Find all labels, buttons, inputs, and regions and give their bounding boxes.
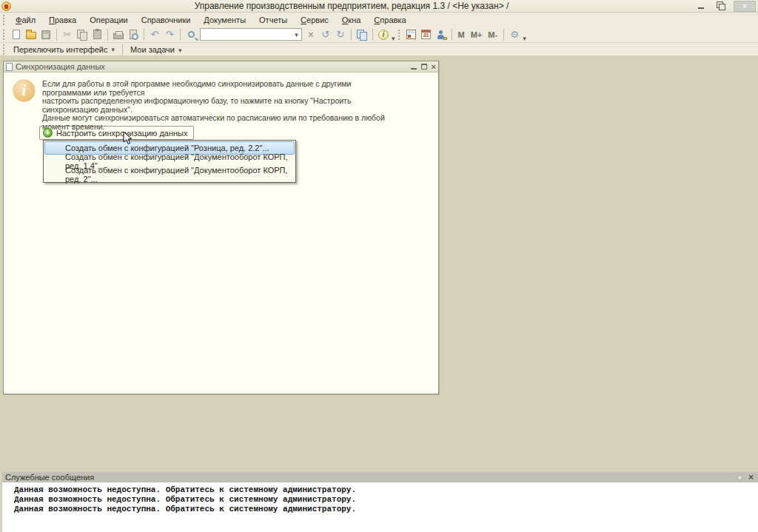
print-button[interactable]	[111, 28, 126, 41]
clear-search-icon: ×	[308, 30, 313, 39]
info-dropdown-icon[interactable]: ▾	[392, 35, 395, 42]
sync-dialog-controls: ×	[411, 64, 436, 70]
open-button[interactable]	[24, 28, 38, 41]
service-messages-title: Служебные сообщения	[5, 473, 94, 482]
print-preview-icon	[130, 30, 137, 39]
menu-item-create-exchange-docflow-2[interactable]: Создать обмен с конфигурацией "Документо…	[44, 168, 295, 181]
minimize-button[interactable]	[692, 1, 710, 12]
toolbar-separator	[351, 29, 352, 41]
new-document-button[interactable]	[9, 28, 24, 41]
menu-bar: Файл Правка Операции Справочники Докумен…	[0, 13, 758, 27]
menu-edit[interactable]: Правка	[42, 14, 83, 26]
service-messages-list: Данная возможность недоступна. Обратитес…	[2, 482, 758, 514]
document-icon	[6, 63, 13, 71]
find-previous-button[interactable]: ↺	[318, 28, 333, 41]
sync-dialog: Синхронизация данных × i Если для работы…	[3, 61, 439, 394]
lock-icon	[443, 37, 447, 40]
save-button[interactable]	[38, 28, 53, 41]
my-tasks-button[interactable]: Мои задачи ▾	[126, 44, 186, 55]
toolbar-grip[interactable]	[3, 30, 7, 40]
messages-close-icon[interactable]: ×	[748, 474, 754, 481]
service-messages-header: Служебные сообщения ×	[2, 472, 758, 482]
toolbar-grip[interactable]	[398, 30, 402, 40]
cut-button[interactable]: ✂	[60, 28, 75, 41]
open-folder-icon	[26, 32, 36, 39]
service-message[interactable]: Данная возможность недоступна. Обратитес…	[14, 485, 758, 495]
windows-stack-icon	[357, 30, 367, 40]
information-icon: i	[13, 79, 36, 102]
menu-operations[interactable]: Операции	[83, 14, 134, 26]
menu-file[interactable]: Файл	[9, 14, 42, 26]
application-window: Управление производственным предприятием…	[0, 0, 758, 532]
sync-info-line: настроить распределенную информационную …	[42, 97, 398, 114]
open-windows-button[interactable]	[355, 28, 369, 41]
redo-icon: ↷	[166, 30, 174, 39]
calendar-day-label: 31	[423, 33, 429, 38]
switch-interface-button[interactable]: Переключить интерфейс ▾	[9, 44, 119, 55]
interface-toolbar: Переключить интерфейс ▾ Мои задачи ▾	[0, 43, 758, 56]
find-next-icon: ↻	[337, 30, 345, 39]
print-icon	[113, 33, 124, 39]
undo-button[interactable]: ↶	[147, 28, 162, 41]
find-previous-icon: ↺	[322, 30, 330, 39]
menu-windows[interactable]: Окна	[335, 14, 368, 26]
menu-documents[interactable]: Документы	[197, 14, 252, 26]
save-disk-icon	[41, 30, 50, 39]
window-title: Управление производственным предприятием…	[11, 1, 692, 11]
plus-icon: +	[43, 128, 53, 138]
toolbar-separator	[144, 29, 144, 41]
copy-icon	[77, 30, 87, 40]
main-toolbar: ✂ ↶ ↷ ▾ × ↺ ↻ i ▾ 31 M M+ M-	[0, 27, 758, 43]
switch-interface-dropdown-icon: ▾	[112, 46, 115, 53]
menu-reports[interactable]: Отчеты	[252, 14, 294, 26]
menu-catalogs[interactable]: Справочники	[135, 14, 198, 26]
calendar-button[interactable]: 31	[419, 28, 434, 41]
combobox-dropdown-icon[interactable]: ▾	[292, 29, 301, 40]
paste-button[interactable]	[90, 28, 104, 41]
mouse-cursor	[123, 131, 133, 145]
copy-button[interactable]	[75, 28, 90, 41]
workspace: Синхронизация данных × i Если для работы…	[0, 56, 758, 472]
calculator-button[interactable]	[404, 28, 419, 41]
memory-add-button[interactable]: M+	[468, 30, 486, 39]
sync-info-text: Если для работы в этой программе необход…	[42, 80, 398, 131]
paste-icon	[93, 30, 101, 39]
redo-button[interactable]: ↷	[162, 28, 177, 41]
toolbar-grip[interactable]	[3, 15, 7, 25]
memory-subtract-button[interactable]: M-	[485, 30, 500, 39]
dialog-maximize-button[interactable]	[421, 64, 427, 70]
clear-search-button[interactable]: ×	[303, 28, 318, 41]
sync-dropdown-menu: Создать обмен с конфигурацией "Розница, …	[43, 140, 296, 183]
service-message[interactable]: Данная возможность недоступна. Обратитес…	[14, 505, 758, 514]
sync-dialog-titlebar[interactable]: Синхронизация данных ×	[4, 61, 438, 73]
pin-icon[interactable]	[737, 475, 742, 480]
search-button[interactable]	[184, 28, 198, 41]
toolbar-separator	[452, 29, 452, 41]
menu-help[interactable]: Справка	[367, 14, 412, 26]
dialog-close-button[interactable]: ×	[432, 64, 436, 70]
toolbar-separator	[107, 29, 108, 41]
sync-dialog-body: i Если для работы в этой программе необх…	[4, 73, 438, 394]
dialog-minimize-button[interactable]	[411, 64, 417, 70]
info-icon: i	[378, 30, 389, 40]
menu-service[interactable]: Сервис	[294, 14, 335, 26]
toolbar-grip[interactable]	[3, 44, 7, 55]
setup-sync-button[interactable]: + Настроить синхронизацию данных	[39, 126, 194, 140]
print-preview-button[interactable]	[126, 28, 141, 41]
toolbar-separator	[372, 29, 373, 41]
settings-wrench-icon: ⚙	[510, 30, 519, 39]
my-tasks-label: Мои задачи	[130, 45, 175, 54]
find-next-button[interactable]: ↻	[333, 28, 348, 41]
memory-recall-button[interactable]: M	[455, 30, 468, 39]
search-combobox[interactable]: ▾	[200, 28, 302, 41]
restore-button[interactable]	[713, 1, 731, 12]
setup-sync-button-label: Настроить синхронизацию данных	[56, 129, 187, 138]
info-button[interactable]: i	[376, 28, 391, 41]
settings-dropdown-icon[interactable]: ▾	[523, 35, 526, 42]
user-permissions-button[interactable]	[434, 28, 449, 41]
close-button[interactable]: ×	[734, 1, 756, 12]
service-settings-button[interactable]: ⚙	[507, 28, 522, 41]
search-input[interactable]	[201, 30, 292, 39]
calculator-icon	[406, 30, 416, 39]
service-message[interactable]: Данная возможность недоступна. Обратитес…	[14, 495, 758, 505]
